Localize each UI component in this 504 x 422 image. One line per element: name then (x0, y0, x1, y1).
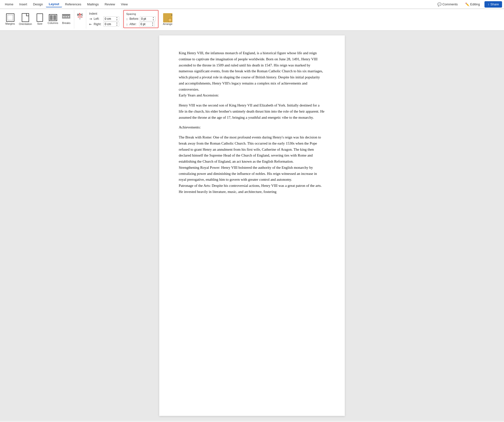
spacing-before-icon: ↕ (126, 17, 128, 21)
spacing-before-label: Before: (129, 17, 139, 21)
paragraph-1: King Henry VIII, the infamous monarch of… (179, 50, 325, 98)
document[interactable]: King Henry VIII, the infamous monarch of… (159, 35, 345, 416)
size-button[interactable]: Size (34, 12, 45, 26)
indent-right-input[interactable]: ▲ ▼ (104, 22, 119, 27)
indent-right-spinner[interactable]: ▲ ▼ (116, 22, 118, 27)
editing-button[interactable]: ✏️ Editing (462, 1, 483, 8)
menu-bar: Home Insert Design Layout References Mai… (0, 0, 504, 9)
comments-icon: 💬 (437, 2, 441, 6)
breaks-icon (62, 14, 70, 21)
menu-item-insert[interactable]: Insert (16, 1, 30, 7)
arrange-button[interactable]: ▾ Arrange (161, 12, 174, 26)
indent-left-input[interactable]: ▲ ▼ (104, 16, 119, 21)
pencil-icon: ✏️ (465, 2, 469, 6)
paragraph-4: The Break with Rome: One of the most pro… (179, 134, 325, 195)
indent-right-label: Right: (94, 22, 103, 26)
columns-button[interactable]: Columns (46, 13, 60, 25)
menu-item-design[interactable]: Design (30, 1, 46, 7)
paragraph-2: Henry VIII was the second son of King He… (179, 102, 325, 120)
spacing-after-icon: ↕ (126, 22, 128, 26)
breaks-button[interactable]: Breaks (61, 13, 72, 25)
comments-button[interactable]: 💬 Comments (435, 1, 461, 8)
share-button[interactable]: ↑ Share (484, 1, 502, 8)
spacing-after-input[interactable]: ▲ ▼ (139, 22, 155, 27)
menu-item-layout[interactable]: Layout (46, 1, 62, 7)
margins-icon (6, 13, 14, 22)
indent-left-icon: ⇥ (89, 17, 92, 21)
indent-right-icon: ⇤ (89, 22, 92, 26)
paragraph-2-text: Henry VIII was the second son of King He… (179, 103, 325, 119)
menu-right: 💬 Comments ✏️ Editing ↑ Share (435, 1, 502, 8)
paragraph-1-text: King Henry VIII, the infamous monarch of… (179, 51, 323, 97)
spacing-before-spinner[interactable]: ▲ ▼ (152, 16, 154, 21)
menu-item-mailings[interactable]: Mailings (84, 1, 102, 7)
indent-section-title: Indent (89, 12, 97, 15)
abc-icon: abc ▾ (77, 12, 83, 20)
paragraph-3-text: Achievements: (179, 125, 201, 129)
ribbon-group-indent: Indent ⇥ Left: ▲ ▼ ⇤ Right: (86, 10, 122, 29)
paragraph-4-text: The Break with Rome: One of the most pro… (179, 135, 322, 194)
menu-item-review[interactable]: Review (102, 1, 118, 7)
share-icon: ↑ (488, 2, 489, 6)
spacing-section-title: Spacing (126, 12, 136, 15)
indent-left-spinner[interactable]: ▲ ▼ (116, 16, 118, 21)
spacing-after-label: After: (129, 22, 138, 26)
columns-icon (49, 14, 57, 21)
spacing-section-highlight: Spacing ↕ Before: ▲ ▼ ↕ After: (123, 10, 158, 28)
margins-button[interactable]: Margins (4, 12, 16, 26)
line-numbers-button[interactable]: abc ▾ (76, 12, 84, 21)
menu-item-view[interactable]: View (118, 1, 131, 7)
orientation-button[interactable]: Orientation (17, 12, 33, 26)
ribbon: Margins Orientation Size Columns (0, 9, 504, 31)
menu-item-home[interactable]: Home (2, 1, 16, 7)
ribbon-group-line: abc ▾ (74, 10, 86, 29)
indent-left-label: Left: (94, 17, 103, 21)
document-container: King Henry VIII, the infamous monarch of… (0, 31, 504, 421)
orientation-icon (22, 13, 29, 22)
menu-item-references[interactable]: References (62, 1, 84, 7)
spacing-after-spinner[interactable]: ▲ ▼ (152, 22, 154, 27)
spacing-before-input[interactable]: ▲ ▼ (140, 16, 156, 21)
ribbon-group-arrange: ▾ Arrange (159, 10, 176, 29)
ribbon-group-margins: Margins Orientation Size Columns (2, 10, 74, 29)
size-icon (37, 13, 43, 22)
paragraph-3: Achievements: (179, 124, 325, 130)
